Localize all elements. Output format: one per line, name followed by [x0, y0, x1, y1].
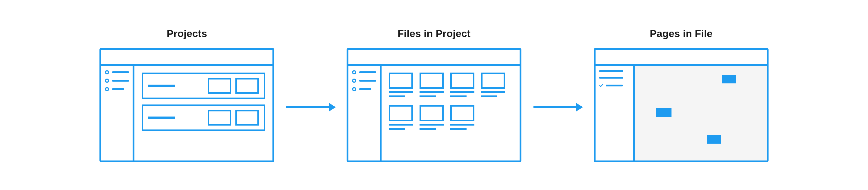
- navigation-hierarchy-diagram: Projects: [0, 0, 868, 190]
- window-titlebar: [348, 50, 520, 66]
- files-window: [347, 48, 521, 162]
- bullet-icon: [105, 78, 109, 83]
- check-icon: [599, 84, 603, 88]
- files-main: [381, 66, 520, 160]
- project-thumb: [236, 78, 259, 94]
- window-titlebar: [595, 50, 767, 66]
- files-title: Files in Project: [398, 28, 470, 39]
- sidebar-item: [352, 78, 376, 83]
- project-label: [148, 117, 175, 119]
- arrow-icon: [533, 106, 582, 108]
- file-item: [450, 105, 474, 130]
- file-item: [420, 105, 444, 130]
- sidebar-item: [352, 70, 376, 74]
- pages-title: Pages in File: [650, 28, 712, 39]
- file-item: [481, 72, 505, 97]
- file-item: [450, 72, 474, 97]
- project-thumb: [208, 110, 231, 126]
- projects-window: [99, 48, 274, 162]
- arrow-icon: [286, 106, 335, 108]
- pages-column: Pages in File: [594, 28, 769, 162]
- sidebar-item: [105, 87, 129, 91]
- page-item: [599, 77, 623, 78]
- pages-sidebar: [595, 66, 635, 160]
- frame: [707, 135, 721, 144]
- bullet-icon: [105, 70, 109, 74]
- sidebar-item: [105, 70, 129, 74]
- file-item: [389, 72, 413, 97]
- page-item-selected: [599, 84, 629, 88]
- file-item: [420, 72, 444, 97]
- sidebar-item: [352, 87, 376, 91]
- project-row: [142, 72, 265, 99]
- frame: [656, 108, 672, 117]
- projects-column: Projects: [99, 28, 274, 162]
- frame: [722, 75, 736, 84]
- projects-sidebar: [101, 66, 134, 160]
- project-thumb: [236, 110, 259, 126]
- file-item: [389, 105, 413, 130]
- project-thumb: [208, 78, 231, 94]
- files-column: Files in Project: [347, 28, 521, 162]
- pages-canvas: [635, 66, 767, 160]
- projects-title: Projects: [167, 28, 207, 39]
- project-row: [142, 104, 265, 131]
- bullet-icon: [352, 70, 356, 74]
- bullet-icon: [105, 87, 109, 91]
- files-sidebar: [348, 66, 381, 160]
- sidebar-item: [105, 78, 129, 83]
- bullet-icon: [352, 78, 356, 83]
- projects-main: [134, 66, 273, 160]
- project-label: [148, 85, 175, 87]
- page-item: [599, 70, 623, 72]
- bullet-icon: [352, 87, 356, 91]
- window-titlebar: [101, 50, 273, 66]
- pages-window: [594, 48, 769, 162]
